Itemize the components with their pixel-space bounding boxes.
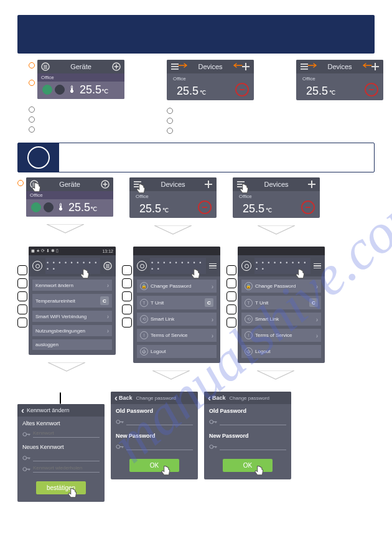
menu-icon[interactable] — [314, 263, 321, 269]
checkbox — [226, 265, 236, 275]
masked-account: • • • • • • • • • • • — [45, 258, 100, 274]
new-password-input[interactable] — [33, 453, 100, 461]
menu-icon[interactable] — [30, 180, 39, 189]
change-password-panel-english: ‹ Back Change password Old Password New … — [204, 392, 291, 479]
room-label: Office — [134, 194, 212, 199]
new-password-label: New Password — [209, 433, 286, 439]
checkbox — [17, 304, 27, 314]
checkbox — [122, 291, 132, 301]
menu-icon[interactable] — [133, 180, 142, 189]
menu-item-terms[interactable]: !Terms of Service› — [137, 329, 217, 342]
bullet-marker — [29, 126, 35, 133]
info-icon: ! — [140, 331, 148, 339]
menu-item-terms[interactable]: Nutzungsbedingungen› — [32, 325, 112, 336]
power-icon: ⏻ — [140, 347, 148, 356]
menu-item-smart-link[interactable]: ⟲Smart Link› — [241, 313, 321, 326]
menu-item-temp-unit[interactable]: TT UnitC — [241, 296, 321, 309]
menu-item-terms[interactable]: !Terms of Service› — [241, 329, 321, 342]
checkbox-column — [17, 265, 27, 327]
change-password-panel-english: ‹ Back Change password Old Password New … — [111, 392, 198, 479]
status-chip-icon — [55, 85, 65, 95]
info-icon: ! — [245, 331, 253, 339]
back-chevron-icon[interactable]: ‹ — [114, 396, 118, 400]
add-icon[interactable] — [101, 180, 110, 189]
menu-item-temp-unit[interactable]: TT UnitC — [137, 296, 217, 309]
room-label: Office — [37, 73, 124, 82]
masked-account: • • • • • • • • • • • — [150, 258, 206, 274]
room-label: Office — [301, 76, 378, 82]
back-chevron-icon[interactable]: ‹ — [21, 408, 24, 412]
temperature-value: 25.5℃ — [238, 203, 272, 214]
room-label: Office — [26, 191, 113, 199]
down-arrow-icon — [258, 225, 295, 235]
menu-icon[interactable] — [236, 180, 245, 189]
add-icon[interactable] — [371, 62, 380, 71]
back-label[interactable]: Back — [212, 395, 226, 401]
power-icon: ⏻ — [245, 347, 253, 356]
chevron-right-icon: › — [212, 315, 213, 323]
bullet-marker — [167, 108, 173, 114]
menu-item-change-password[interactable]: Kennwort ändern› — [32, 280, 112, 291]
power-off-icon[interactable] — [198, 200, 212, 214]
avatar-icon[interactable] — [241, 261, 251, 271]
new-password-input[interactable] — [220, 441, 286, 450]
chevron-right-icon: › — [212, 282, 213, 290]
key-icon — [22, 464, 30, 473]
back-chevron-icon[interactable]: ‹ — [208, 396, 211, 400]
checkbox — [122, 304, 132, 314]
menu-icon[interactable] — [209, 263, 217, 269]
menu-item-temp-unit[interactable]: TemperatureinheitC — [32, 294, 112, 308]
power-off-icon[interactable] — [235, 83, 249, 97]
power-off-icon[interactable] — [301, 200, 315, 214]
status-time: 13:12 — [102, 249, 113, 253]
menu-item-change-password[interactable]: 🔒Change Password› — [241, 280, 321, 293]
room-label: Office — [172, 76, 249, 82]
device-tile-english: Devices Office 25.5℃ — [167, 60, 254, 100]
change-password-panel-german: ‹ Kennwort ändern Altes Kennwort Neues K… — [17, 404, 105, 502]
checkbox-column — [226, 265, 236, 327]
status-bar — [238, 247, 325, 255]
ok-button[interactable]: OK — [129, 459, 179, 472]
settings-menu-english: • • • • • • • • • • • 🔒Change Password› … — [133, 247, 220, 363]
avatar-icon[interactable] — [32, 261, 42, 271]
checkbox — [226, 304, 236, 314]
key-icon — [22, 430, 30, 438]
old-password-label: Altes Kennwort — [22, 420, 100, 426]
back-label[interactable]: Back — [119, 395, 133, 401]
menu-item-smart-link[interactable]: Smart WiFi Verbindung› — [32, 311, 112, 322]
power-off-icon[interactable] — [365, 83, 378, 97]
temp-icon: T — [245, 299, 253, 307]
menu-icon[interactable] — [41, 62, 50, 71]
tile-title: Devices — [179, 63, 241, 70]
unit-toggle[interactable]: C — [100, 296, 109, 305]
menu-item-logout[interactable]: ⏻Logout — [241, 345, 321, 358]
old-password-input[interactable] — [33, 429, 100, 438]
menu-item-change-password[interactable]: 🔒Change Password› — [137, 280, 217, 293]
add-icon[interactable] — [307, 180, 316, 189]
key-icon — [116, 417, 124, 425]
unit-toggle[interactable]: C — [205, 298, 213, 307]
callout-arrow — [233, 62, 243, 68]
section-icon-cap — [18, 143, 59, 172]
menu-icon[interactable] — [103, 262, 112, 270]
add-icon[interactable] — [204, 180, 213, 189]
add-icon[interactable] — [112, 62, 121, 71]
old-password-input[interactable] — [220, 417, 286, 425]
add-icon[interactable] — [241, 62, 250, 71]
confirm-button[interactable]: bestätigen — [36, 481, 86, 494]
menu-item-logout[interactable]: ⏻Logout — [137, 345, 217, 358]
link-icon: ⟲ — [140, 315, 148, 323]
section-callout — [17, 143, 375, 172]
ok-button[interactable]: OK — [223, 459, 273, 472]
callout-marker — [29, 80, 35, 86]
new-password-input[interactable] — [126, 441, 193, 450]
repeat-password-input[interactable] — [33, 464, 100, 473]
menu-item-smart-link[interactable]: ⟲Smart Link› — [137, 313, 217, 326]
old-password-input[interactable] — [126, 417, 193, 425]
device-tile-english: Devices Office 25.5℃ — [233, 177, 320, 218]
chevron-right-icon: › — [316, 282, 318, 290]
avatar-icon[interactable] — [137, 261, 147, 271]
menu-item-logout[interactable]: ausloggen — [32, 339, 112, 350]
unit-toggle[interactable]: C — [309, 298, 318, 307]
callout-arrow — [362, 62, 372, 68]
